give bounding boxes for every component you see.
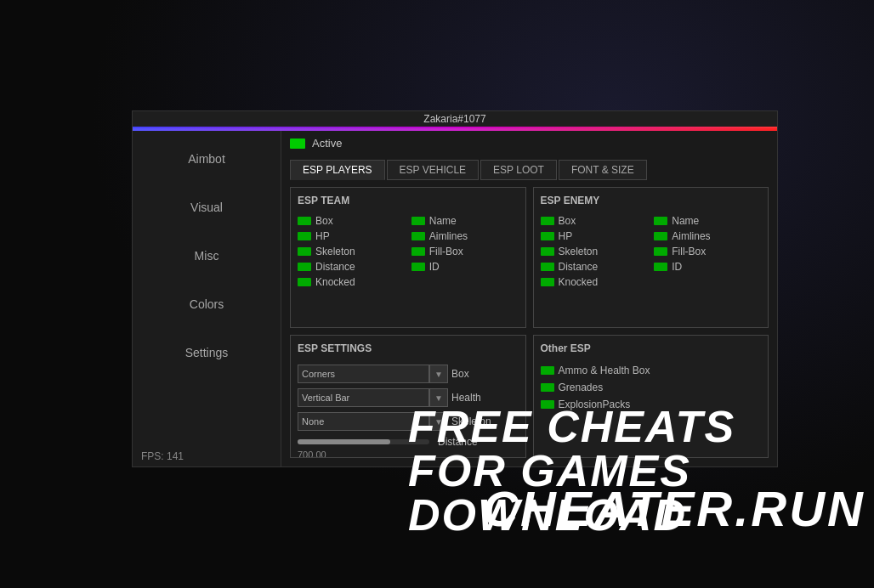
enemy-box-check[interactable]: Box (541, 215, 648, 227)
enemy-name-check[interactable]: Name (654, 215, 761, 227)
esp-enemy-checkboxes: Box Name HP Aimlines (541, 215, 762, 288)
enemy-skeleton-check[interactable]: Skeleton (541, 246, 648, 257)
title-bar: Zakaria#1077 (133, 111, 777, 128)
enemy-hp-check[interactable]: HP (541, 230, 648, 242)
other-esp-title: Other ESP (541, 342, 762, 354)
active-row: Active (290, 137, 769, 150)
team-name-check[interactable]: Name (411, 215, 519, 227)
box-style-select[interactable]: Corners Full Box (298, 365, 429, 383)
team-id-check[interactable]: ID (411, 261, 519, 273)
window-title: Zakaria#1077 (423, 113, 485, 125)
check-icon (541, 263, 554, 271)
esp-settings-title: ESP SETTINGS (298, 342, 519, 354)
sidebar-item-misc[interactable]: Misc (133, 234, 281, 278)
esp-enemy-title: ESP ENEMY (541, 195, 762, 206)
sidebar-item-visual[interactable]: Visual (133, 185, 281, 229)
ammo-health-check[interactable]: Ammo & Health Box (541, 365, 762, 376)
distance-slider-fill (298, 439, 390, 444)
fps-display: FPS: 141 (133, 446, 281, 466)
check-icon (541, 232, 554, 240)
sidebar-item-settings[interactable]: Settings (133, 331, 281, 375)
check-icon (541, 383, 554, 392)
enemy-id-check[interactable]: ID (654, 261, 761, 273)
sidebar: Aimbot Visual Misc Colors Settings FPS: … (133, 128, 281, 466)
check-icon (411, 217, 425, 225)
accent-line (133, 128, 777, 131)
check-icon (654, 263, 667, 271)
check-icon (411, 247, 425, 256)
check-icon (411, 263, 425, 271)
check-icon (541, 278, 554, 286)
watermark-line1: FREE CHEATS (408, 404, 735, 449)
tab-esp-vehicle[interactable]: ESP VEHICLE (387, 160, 479, 180)
active-label: Active (312, 137, 342, 150)
check-icon (541, 247, 554, 256)
cheater-text: CHEATER.RUN (482, 480, 865, 537)
enemy-distance-check[interactable]: Distance (541, 261, 648, 273)
enemy-fillbox-check[interactable]: Fill-Box (654, 246, 761, 257)
grenades-check[interactable]: Grenades (541, 382, 762, 393)
team-hp-check[interactable]: HP (298, 230, 405, 242)
sidebar-item-aimbot[interactable]: Aimbot (133, 137, 281, 181)
esp-team-title: ESP TEAM (298, 195, 519, 206)
team-skeleton-check[interactable]: Skeleton (298, 246, 405, 257)
active-indicator (290, 139, 305, 149)
check-icon (541, 366, 554, 375)
check-icon (298, 217, 311, 225)
panels-row: ESP TEAM Box Name HP (290, 187, 769, 328)
check-icon (298, 232, 311, 240)
check-icon (411, 232, 425, 240)
team-box-check[interactable]: Box (298, 215, 405, 227)
esp-enemy-panel: ESP ENEMY Box Name HP (533, 187, 769, 328)
enemy-knocked-check[interactable]: Knocked (541, 276, 648, 288)
enemy-aimlines-check[interactable]: Aimlines (654, 230, 761, 242)
tab-font-size[interactable]: FONT & SIZE (559, 160, 647, 180)
check-icon (654, 247, 667, 256)
check-icon (654, 232, 667, 240)
team-fillbox-check[interactable]: Fill-Box (411, 246, 519, 257)
team-knocked-check[interactable]: Knocked (298, 276, 405, 288)
box-style-arrow[interactable]: ▼ (429, 365, 448, 383)
tab-esp-loot[interactable]: ESP LOOT (480, 160, 557, 180)
check-icon (298, 278, 311, 286)
check-icon (298, 263, 311, 271)
team-distance-check[interactable]: Distance (298, 261, 405, 273)
box-label: Box (451, 368, 469, 380)
esp-team-checkboxes: Box Name HP Aimlines (298, 215, 519, 288)
team-aimlines-check[interactable]: Aimlines (411, 230, 519, 242)
check-icon (541, 217, 554, 225)
check-icon (654, 217, 667, 225)
tabs-row: ESP PLAYERS ESP VEHICLE ESP LOOT FONT & … (290, 160, 769, 180)
esp-team-panel: ESP TEAM Box Name HP (290, 187, 526, 328)
check-icon (298, 247, 311, 256)
corners-row: Corners Full Box ▼ Box (298, 365, 519, 383)
sidebar-item-colors[interactable]: Colors (133, 282, 281, 326)
tab-esp-players[interactable]: ESP PLAYERS (290, 160, 385, 180)
